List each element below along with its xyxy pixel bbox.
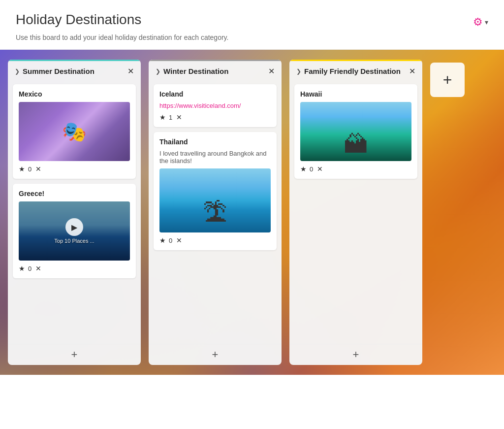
column-header-left-summer: ❯ Summer Destination [15,67,94,75]
star-count-greece: 0 [28,265,32,272]
column-footer-summer: + [8,344,141,365]
header-left: Holiday Destinations Use this board to a… [16,12,228,41]
remove-card-iceland-button[interactable]: ✕ [176,113,182,121]
column-header-winter: ❯ Winter Destination ✕ [149,60,282,80]
card-image-thailand [159,168,271,232]
card-mexico: Mexico ★ 0 ✕ [13,84,136,179]
add-column-icon: + [443,71,452,89]
chevron-down-icon-winter: ❯ [156,68,160,75]
page-subtitle: Use this board to add your ideal holiday… [16,33,228,41]
card-title-thailand: Thailand [159,138,271,146]
star-icon-iceland: ★ [159,113,166,121]
column-family: ❯ Family Friendly Destination ✕ Hawaii ★… [289,60,422,365]
add-card-summer-button[interactable]: + [71,349,78,360]
column-summer: ❯ Summer Destination ✕ Mexico ★ 0 ✕ [8,60,141,365]
card-link-iceland[interactable]: https://www.visiticeland.com/ [159,102,271,109]
card-hawaii: Hawaii ★ 0 ✕ [294,84,417,179]
remove-card-greece-button[interactable]: ✕ [35,264,41,272]
header: Holiday Destinations Use this board to a… [0,0,504,50]
star-count-thailand: 0 [169,237,172,244]
card-title-greece: Greece! [19,190,130,198]
add-card-winter-button[interactable]: + [212,349,219,360]
board-area: ❯ Summer Destination ✕ Mexico ★ 0 ✕ [0,50,504,375]
column-header-left-winter: ❯ Winter Destination [156,67,228,75]
star-count-mexico: 0 [28,165,32,173]
add-card-family-button[interactable]: + [353,349,359,360]
card-title-mexico: Mexico [19,90,130,98]
close-column-family-button[interactable]: ✕ [409,67,415,75]
column-footer-family: + [289,344,422,365]
video-overlay-greece: ▶ Top 10 Places ... [19,201,130,261]
app-container: Holiday Destinations Use this board to a… [0,0,504,429]
column-footer-winter: + [149,344,282,365]
remove-card-mexico-button[interactable]: ✕ [35,165,41,173]
card-title-hawaii: Hawaii [300,90,411,98]
star-count-iceland: 1 [169,114,172,121]
column-header-summer: ❯ Summer Destination ✕ [8,60,141,80]
remove-card-hawaii-button[interactable]: ✕ [317,165,323,173]
card-image-mexico [19,102,130,161]
star-icon-hawaii: ★ [300,165,307,173]
card-footer-thailand: ★ 0 ✕ [159,236,271,244]
gear-icon[interactable]: ⚙ [473,16,483,29]
remove-card-thailand-button[interactable]: ✕ [176,236,182,244]
column-header-family: ❯ Family Friendly Destination ✕ [289,60,422,80]
star-icon-thailand: ★ [159,236,166,244]
board-columns: ❯ Summer Destination ✕ Mexico ★ 0 ✕ [0,50,504,375]
column-title-family: Family Friendly Destination [304,67,401,75]
close-column-summer-button[interactable]: ✕ [127,67,134,75]
chevron-down-icon-summer: ❯ [15,68,20,75]
card-text-thailand: I loved travelling around Bangkok and th… [159,150,271,165]
card-image-hawaii [300,102,411,161]
card-greece: Greece! ▶ Top 10 Places ... ★ 0 ✕ [13,184,136,278]
card-thailand: Thailand I loved travelling around Bangk… [154,132,277,250]
column-content-winter: Iceland https://www.visiticeland.com/ ★ … [149,80,282,344]
card-footer-greece: ★ 0 ✕ [19,264,130,272]
header-right: ⚙ ▾ [473,16,488,29]
card-footer-hawaii: ★ 0 ✕ [300,165,411,173]
card-iceland: Iceland https://www.visiticeland.com/ ★ … [154,84,277,127]
add-column-card[interactable]: + [430,63,465,97]
card-footer-mexico: ★ 0 ✕ [19,165,130,173]
card-footer-iceland: ★ 1 ✕ [159,113,271,121]
card-image-greece: ▶ Top 10 Places ... [19,201,130,261]
dropdown-arrow-icon[interactable]: ▾ [485,18,488,26]
video-label-greece: Top 10 Places ... [54,238,94,244]
close-column-winter-button[interactable]: ✕ [268,67,275,75]
column-winter: ❯ Winter Destination ✕ Iceland https://w… [149,60,282,365]
chevron-down-icon-family: ❯ [296,68,301,75]
play-button-greece[interactable]: ▶ [65,218,83,236]
column-content-summer: Mexico ★ 0 ✕ Greece! ▶ [8,80,141,344]
column-content-family: Hawaii ★ 0 ✕ [289,80,422,344]
column-title-summer: Summer Destination [23,67,94,75]
column-title-winter: Winter Destination [163,67,228,75]
page-title: Holiday Destinations [16,12,228,28]
card-title-iceland: Iceland [159,90,271,98]
star-count-hawaii: 0 [310,165,313,173]
star-icon-mexico: ★ [19,165,25,173]
column-header-left-family: ❯ Family Friendly Destination [296,67,401,75]
star-icon-greece: ★ [19,264,25,272]
